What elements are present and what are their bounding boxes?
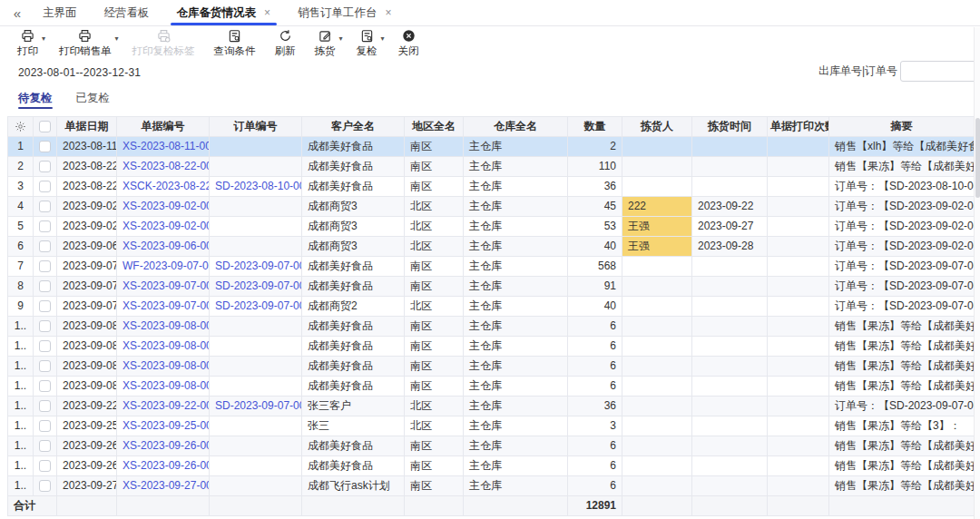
cell-order-number[interactable] xyxy=(210,357,302,377)
cell-doc-number[interactable]: XS-2023-09-07-00023 xyxy=(117,297,210,317)
row-checkbox[interactable] xyxy=(39,161,51,172)
cell-order-number[interactable]: SD-2023-09-07-00014 xyxy=(210,297,302,317)
cell-doc-number[interactable]: XS-2023-09-27-00034 xyxy=(117,476,210,496)
table-row[interactable]: 1 2023-08-11 XS-2023-08-11-00013 成都美好食品 … xyxy=(8,137,975,157)
cell-order-number[interactable] xyxy=(210,157,302,177)
col-doc-number[interactable]: 单据编号 xyxy=(117,117,210,137)
table-row[interactable]: 3 2023-08-22 XSCK-2023-08-22-00001 SD-20… xyxy=(8,177,975,197)
table-row[interactable]: 1.. 2023-09-08 XS-2023-09-08-00025 成都美好食… xyxy=(8,337,975,357)
cell-order-number[interactable]: SD-2023-09-07-00005 xyxy=(210,397,302,416)
cell-order-number[interactable]: SD-2023-08-10-00002 xyxy=(210,177,302,197)
cell-order-number[interactable] xyxy=(210,317,302,337)
print-sales-order-button[interactable]: 打印销售单 ▾ xyxy=(53,29,120,58)
cell-doc-number[interactable]: XS-2023-09-08-00027 xyxy=(117,377,210,397)
table-row[interactable]: 1.. 2023-09-26 XS-2023-09-26-00032 成都美好食… xyxy=(8,436,975,456)
col-summary[interactable]: 摘要 xyxy=(829,117,975,137)
row-checkbox[interactable] xyxy=(39,300,51,312)
tab-close-icon[interactable]: × xyxy=(264,6,270,19)
refresh-button[interactable]: 刷新 xyxy=(269,29,302,58)
row-checkbox[interactable] xyxy=(39,460,51,472)
cell-doc-number[interactable]: XS-2023-09-08-00025 xyxy=(117,337,210,357)
recheck-button[interactable]: 复检 ▾ xyxy=(350,29,386,58)
row-checkbox[interactable] xyxy=(39,480,51,492)
tab-dashboard[interactable]: 经营看板 xyxy=(91,0,163,25)
chevron-down-icon[interactable]: ▾ xyxy=(381,34,385,43)
col-order-number[interactable]: 订单编号 xyxy=(210,117,302,137)
table-row[interactable]: 5 2023-09-02 XS-2023-09-02-00017 成都商贸3 北… xyxy=(8,217,975,237)
order-number-input[interactable] xyxy=(900,61,980,82)
row-checkbox[interactable] xyxy=(39,181,51,192)
col-print-count[interactable]: 单据打印次数 xyxy=(768,117,829,137)
date-range-text[interactable]: 2023-08-01--2023-12-31 xyxy=(18,66,141,79)
col-region[interactable]: 地区全名 xyxy=(405,117,464,137)
table-row[interactable]: 2 2023-08-22 XS-2023-08-22-00014 成都美好食品 … xyxy=(8,157,975,177)
col-pick-time[interactable]: 拣货时间 xyxy=(692,117,768,137)
table-row[interactable]: 8 2023-09-07 XS-2023-09-07-00022 SD-2023… xyxy=(8,277,975,297)
col-picker[interactable]: 拣货人 xyxy=(622,117,692,137)
row-checkbox[interactable] xyxy=(39,260,51,272)
chevron-down-icon[interactable]: ▾ xyxy=(42,34,45,43)
collapse-sidebar-icon[interactable]: « xyxy=(5,0,29,25)
cell-doc-number[interactable]: XS-2023-09-25-00031 xyxy=(117,416,210,436)
row-checkbox[interactable] xyxy=(39,400,51,412)
cell-order-number[interactable]: SD-2023-09-07-00009 xyxy=(210,257,302,277)
cell-doc-number[interactable]: XS-2023-09-08-00024 xyxy=(117,317,210,337)
chevron-down-icon[interactable]: ▾ xyxy=(339,34,343,43)
row-checkbox[interactable] xyxy=(39,280,51,292)
table-row[interactable]: 1.. 2023-09-08 XS-2023-09-08-00024 成都美好食… xyxy=(8,317,975,337)
table-row[interactable]: 1.. 2023-09-25 XS-2023-09-25-00031 张三 北区… xyxy=(8,416,975,436)
cell-order-number[interactable] xyxy=(210,197,302,217)
chevron-down-icon[interactable]: ▾ xyxy=(115,34,119,43)
cell-doc-number[interactable]: XS-2023-09-08-00026 xyxy=(117,357,210,377)
col-doc-date[interactable]: 单据日期 xyxy=(57,117,117,137)
vertical-scrollbar[interactable] xyxy=(974,27,980,519)
cell-doc-number[interactable]: XS-2023-08-11-00013 xyxy=(117,137,210,157)
row-checkbox[interactable] xyxy=(39,240,51,252)
table-row[interactable]: 7 2023-09-07 WF-2023-09-07-00003 SD-2023… xyxy=(8,257,975,277)
select-all-checkbox[interactable] xyxy=(39,121,51,132)
subtab-pending-recheck[interactable]: 待复检 xyxy=(18,84,53,113)
subtab-rechecked[interactable]: 已复检 xyxy=(76,84,111,113)
tab-warehouse-report[interactable]: 仓库备货情况表 × xyxy=(163,0,285,25)
cell-order-number[interactable] xyxy=(210,137,302,157)
cell-doc-number[interactable]: XS-2023-09-07-00022 xyxy=(117,277,210,297)
pick-goods-button[interactable]: 拣货 ▾ xyxy=(309,29,344,58)
cell-doc-number[interactable]: XS-2023-09-06-00018 xyxy=(117,237,210,257)
row-checkbox[interactable] xyxy=(39,420,51,432)
table-row[interactable]: 4 2023-09-02 XS-2023-09-02-00016 成都商贸3 北… xyxy=(8,197,975,217)
cell-order-number[interactable] xyxy=(210,436,302,456)
tab-sales-workbench[interactable]: 销售订单工作台 × xyxy=(284,0,406,25)
row-checkbox[interactable] xyxy=(39,360,51,372)
scrollbar-thumb[interactable] xyxy=(975,118,980,198)
cell-doc-number[interactable]: XS-2023-09-22-00030 xyxy=(117,397,210,416)
col-customer[interactable]: 客户全名 xyxy=(302,117,405,137)
cell-doc-number[interactable]: XSCK-2023-08-22-00001 xyxy=(117,177,210,197)
gear-icon[interactable] xyxy=(11,117,30,136)
row-checkbox[interactable] xyxy=(39,440,51,452)
table-row[interactable]: 1.. 2023-09-08 XS-2023-09-08-00027 成都美好食… xyxy=(8,377,975,397)
cell-doc-number[interactable]: XS-2023-09-02-00016 xyxy=(117,197,210,217)
cell-order-number[interactable] xyxy=(210,416,302,436)
table-row[interactable]: 1.. 2023-09-26 XS-2023-09-26-00033 成都美好食… xyxy=(8,456,975,476)
cell-order-number[interactable] xyxy=(210,237,302,257)
cell-doc-number[interactable]: XS-2023-09-02-00017 xyxy=(117,217,210,237)
table-row[interactable]: 1.. 2023-09-08 XS-2023-09-08-00026 成都美好食… xyxy=(8,357,975,377)
cell-order-number[interactable] xyxy=(210,337,302,357)
row-checkbox[interactable] xyxy=(39,220,51,232)
cell-order-number[interactable]: SD-2023-09-07-00017 xyxy=(210,277,302,297)
cell-doc-number[interactable]: XS-2023-08-22-00014 xyxy=(117,157,210,177)
cell-order-number[interactable] xyxy=(210,377,302,397)
cell-order-number[interactable] xyxy=(210,476,302,496)
col-warehouse[interactable]: 仓库全名 xyxy=(464,117,568,137)
tab-close-icon[interactable]: × xyxy=(386,6,392,19)
table-row[interactable]: 1.. 2023-09-27 XS-2023-09-27-00034 成都飞行a… xyxy=(8,476,975,496)
cell-doc-number[interactable]: WF-2023-09-07-00003 xyxy=(117,257,210,277)
row-checkbox[interactable] xyxy=(39,320,51,332)
cell-order-number[interactable] xyxy=(210,456,302,476)
table-row[interactable]: 6 2023-09-06 XS-2023-09-06-00018 成都商贸3 北… xyxy=(8,237,975,257)
row-checkbox[interactable] xyxy=(39,141,51,152)
query-conditions-button[interactable]: 查询条件 xyxy=(208,29,262,58)
print-button[interactable]: 打印 ▾ xyxy=(11,29,46,58)
col-quantity[interactable]: 数量 xyxy=(568,117,622,137)
cell-doc-number[interactable]: XS-2023-09-26-00032 xyxy=(117,436,210,456)
